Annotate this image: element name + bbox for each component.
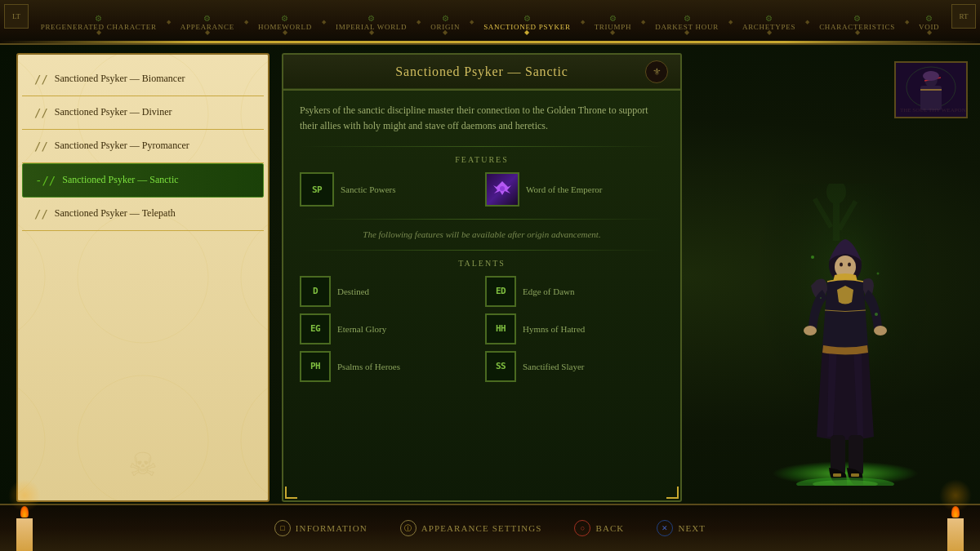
corner-label-left: LT — [12, 12, 20, 20]
nav-item-imperial-world[interactable]: ⚙Imperial World — [327, 10, 415, 34]
advancement-text: The following features will be available… — [300, 228, 664, 242]
appearance-button[interactable]: ⓘ Appearance Settings — [400, 520, 542, 536]
nav-item-origin[interactable]: ⚙Origin — [422, 10, 468, 34]
list-item-0[interactable]: //Sanctioned Psyker — Biomancer — [22, 63, 264, 96]
nav-gear-icon-7: ⚙ — [684, 14, 691, 23]
nav-corner-right: RT — [951, 4, 976, 29]
portrait-thumbnail: THE SOUL THY WEAPON — [894, 61, 968, 118]
bottom-bar: □ Information ⓘ Appearance Settings ○ Ba… — [0, 504, 980, 551]
talent-item-psalms-of-heroes: PHPsalms of Heroes — [300, 351, 479, 382]
back-button[interactable]: ○ Back — [574, 520, 624, 536]
features-grid: SP Sanctic Powers Word of the Emperor — [300, 172, 664, 207]
list-item-text-0: Sanctioned Psyker — Biomancer — [55, 73, 185, 86]
feature-name-emperor: Word of the Emperor — [526, 184, 603, 194]
list-item-text-4: Sanctioned Psyker — Telepath — [55, 207, 176, 220]
talent-item-edge-of-dawn: EDEdge of Dawn — [485, 276, 664, 307]
svg-point-20 — [874, 326, 887, 335]
nav-item-archetypes[interactable]: ⚙Archetypes — [734, 10, 804, 34]
portrait-figure: THE SOUL THY WEAPON — [896, 63, 966, 117]
svg-rect-7 — [920, 89, 942, 91]
candle-flame-right — [951, 506, 960, 518]
nav-diamond-8: ◆ — [728, 19, 733, 25]
nav-item-pregenerated-character[interactable]: ⚙Pregenerated Character — [33, 10, 165, 34]
nav-item-label-5: Sanctioned Psyker — [483, 23, 571, 31]
feature-icon-bird — [485, 172, 519, 207]
talent-name-4: Psalms of Heroes — [337, 362, 400, 371]
list-item-3[interactable]: -//Sanctioned Psyker — Sanctic — [22, 163, 264, 198]
nav-gear-icon-4: ⚙ — [442, 14, 449, 23]
nav-gear-icon-3: ⚙ — [368, 14, 375, 23]
nav-item-label-1: Appearance — [180, 23, 234, 31]
candle-body-right — [947, 518, 964, 551]
nav-items: ⚙Pregenerated Character◆⚙Appearance◆⚙Hom… — [33, 0, 948, 43]
character-silhouette — [755, 184, 935, 486]
nav-item-appearance[interactable]: ⚙Appearance — [172, 10, 243, 34]
portrait-svg: THE SOUL THY WEAPON — [896, 63, 966, 117]
candle-left — [8, 504, 41, 551]
svg-point-19 — [804, 326, 817, 335]
nav-item-label-6: Triumph — [595, 23, 632, 31]
corner-label-right: RT — [960, 12, 969, 20]
svg-point-28 — [875, 313, 878, 316]
nav-item-void[interactable]: ⚙Void — [911, 10, 947, 34]
talents-header: Talents — [300, 259, 664, 268]
sep-line-1 — [300, 146, 664, 147]
corner-deco-bl — [285, 487, 297, 499]
right-panel: THE SOUL THY WEAPON — [710, 53, 980, 502]
svg-point-17 — [840, 263, 843, 267]
character-svg — [755, 184, 935, 486]
list-item-prefix-1: // — [34, 106, 48, 119]
svg-rect-24 — [851, 473, 859, 477]
nav-diamond-7: ◆ — [641, 19, 645, 25]
left-panel: //Sanctioned Psyker — Biomancer//Sanctio… — [16, 53, 270, 502]
nav-gear-icon-1: ⚙ — [203, 14, 211, 23]
next-icon: ✕ — [657, 520, 673, 536]
nav-gear-icon-9: ⚙ — [853, 14, 861, 23]
talent-item-eternal-glory: EGEternal Glory — [300, 313, 479, 344]
appearance-icon: ⓘ — [400, 520, 416, 536]
nav-item-label-9: Characteristics — [819, 23, 895, 31]
feature-name-sp: Sanctic Powers — [341, 184, 396, 194]
talents-grid: DDestinedEDEdge of DawnEGEternal GloryHH… — [300, 276, 664, 382]
list-item-prefix-3: -// — [35, 174, 56, 187]
nav-item-sanctioned-psyker[interactable]: ⚙Sanctioned Psyker — [475, 10, 579, 34]
svg-point-18 — [848, 263, 851, 267]
info-icon: □ — [274, 520, 291, 536]
talent-name-1: Edge of Dawn — [523, 287, 575, 296]
nav-gear-icon-6: ⚙ — [609, 14, 617, 23]
nav-item-characteristics[interactable]: ⚙Characteristics — [811, 10, 903, 34]
back-icon: ○ — [574, 520, 590, 536]
svg-point-26 — [877, 273, 880, 275]
svg-text:THY WEAPON: THY WEAPON — [929, 107, 966, 113]
talent-icon-3: HH — [485, 313, 516, 344]
list-item-prefix-2: // — [34, 140, 48, 153]
features-header: Features — [300, 155, 664, 164]
talent-name-2: Eternal Glory — [337, 324, 386, 334]
list-item-4[interactable]: //Sanctioned Psyker — Telepath — [22, 198, 264, 231]
corner-deco-br — [666, 487, 679, 499]
next-button[interactable]: ✕ Next — [657, 520, 706, 536]
nav-item-triumph[interactable]: ⚙Triumph — [586, 10, 640, 34]
candle-body-left — [16, 518, 33, 551]
nav-gear-icon-8: ⚙ — [765, 14, 773, 23]
list-item-1[interactable]: //Sanctioned Psyker — Diviner — [22, 96, 264, 130]
nav-item-homeworld[interactable]: ⚙Homeworld — [250, 10, 320, 34]
svg-point-27 — [820, 297, 822, 299]
nav-diamond-1: ◆ — [167, 19, 171, 25]
svg-text:THE SOUL: THE SOUL — [900, 107, 928, 113]
talent-name-5: Sanctified Slayer — [523, 362, 584, 371]
talent-icon-2: EG — [300, 313, 331, 344]
talent-icon-5: SS — [485, 351, 516, 382]
nav-item-darkest-hour[interactable]: ⚙Darkest Hour — [647, 10, 727, 34]
svg-point-25 — [811, 256, 814, 259]
feature-icon-sp: SP — [300, 172, 334, 207]
header-shield-icon: ⚜ — [645, 60, 668, 83]
svg-rect-23 — [833, 473, 841, 477]
info-button[interactable]: □ Information — [274, 520, 368, 536]
talent-item-hymns-of-hatred: HHHymns of Hatred — [485, 313, 664, 344]
list-item-text-1: Sanctioned Psyker — Diviner — [55, 106, 172, 119]
list-item-2[interactable]: //Sanctioned Psyker — Pyromancer — [22, 130, 264, 163]
candle-flame-left — [20, 506, 29, 518]
nav-diamond-3: ◆ — [322, 19, 326, 25]
nav-ornament — [0, 41, 980, 43]
